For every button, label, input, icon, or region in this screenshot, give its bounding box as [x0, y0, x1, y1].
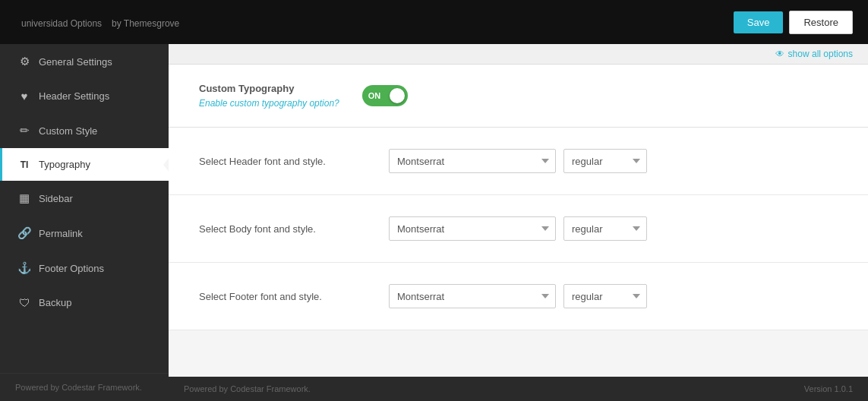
header-font-section: Select Header font and style. Montserrat… [169, 128, 868, 195]
content-area: 👁 show all options Custom Typography Ena… [169, 44, 868, 401]
version-text: Version 1.0.1 [804, 384, 853, 393]
eye-icon: 👁 [775, 49, 784, 59]
show-all-label: show all options [788, 49, 853, 59]
sidebar-item-sidebar[interactable]: ▦ Sidebar [0, 181, 169, 216]
sidebar-item-header-settings[interactable]: ♥ Header Settings [0, 79, 169, 113]
custom-typography-desc: Enable custom typography option? [199, 98, 339, 109]
body-font-controls: Montserrat Arial Georgia Roboto Open San… [389, 216, 838, 241]
sidebar-item-label: Permalink [39, 228, 83, 239]
body-style-select[interactable]: regular bold italic light [563, 216, 647, 241]
main-layout: ⚙ General Settings ♥ Header Settings ✏ C… [0, 44, 868, 401]
custom-typography-title: Custom Typography [199, 83, 339, 94]
header-font-select[interactable]: Montserrat Arial Georgia Roboto Open San… [389, 149, 556, 173]
sidebar-item-label: Typography [39, 159, 90, 170]
anchor-icon: ⚓ [17, 261, 31, 275]
sidebar-item-footer-options[interactable]: ⚓ Footer Options [0, 251, 169, 286]
status-bar: Powered by Codestar Framework. Version 1… [169, 377, 868, 401]
sidebar-item-label: Custom Style [39, 125, 97, 137]
sidebar-item-label: Header Settings [39, 90, 109, 102]
heart-icon: ♥ [17, 90, 31, 103]
pen-icon: ✏ [17, 124, 31, 137]
custom-typography-section: Custom Typography Enable custom typograp… [169, 65, 868, 128]
sidebar-item-backup[interactable]: 🛡 Backup [0, 286, 169, 320]
toggle-circle [390, 88, 405, 103]
header-font-controls: Montserrat Arial Georgia Roboto Open San… [389, 149, 838, 173]
toggle-label: ON [368, 91, 381, 100]
sidebar-item-label: Backup [39, 297, 71, 308]
sidebar-item-label: General Settings [39, 56, 112, 68]
gear-icon: ⚙ [17, 55, 31, 68]
shield-icon: 🛡 [17, 296, 31, 309]
topbar-actions: Save Restore [734, 11, 853, 34]
toggle-container: ON [362, 85, 408, 106]
sidebar-item-label: Footer Options [39, 263, 104, 274]
body-font-select[interactable]: Montserrat Arial Georgia Roboto Open San… [389, 216, 556, 241]
sidebar-item-general-settings[interactable]: ⚙ General Settings [0, 44, 169, 79]
restore-button[interactable]: Restore [789, 11, 853, 34]
footer-font-select[interactable]: Montserrat Arial Georgia Roboto Open San… [389, 284, 556, 308]
typography-icon: TI [17, 159, 31, 170]
footer-font-controls: Montserrat Arial Georgia Roboto Open San… [389, 284, 838, 308]
sidebar-icon: ▦ [17, 191, 31, 205]
header-style-select[interactable]: regular bold italic light [563, 149, 647, 173]
link-icon: 🔗 [17, 226, 31, 240]
powered-by-text: Powered by Codestar Framework. [15, 383, 142, 392]
title-text: universidad Options [21, 18, 102, 29]
sidebar-item-label: Sidebar [39, 193, 73, 204]
custom-typography-toggle[interactable]: ON [362, 85, 408, 106]
footer-font-section: Select Footer font and style. Montserrat… [169, 263, 868, 330]
subtitle-text: by Themesgrove [112, 18, 179, 29]
topbar: universidad Options by Themesgrove Save … [0, 0, 868, 44]
powered-by-footer: Powered by Codestar Framework. [184, 384, 311, 393]
app-title: universidad Options by Themesgrove [15, 14, 179, 30]
custom-typography-info: Custom Typography Enable custom typograp… [199, 83, 339, 109]
save-button[interactable]: Save [734, 11, 784, 33]
footer-font-label: Select Footer font and style. [199, 291, 374, 302]
sidebar-item-typography[interactable]: TI Typography [0, 148, 169, 181]
sidebar-footer: Powered by Codestar Framework. [0, 373, 169, 401]
body-font-section: Select Body font and style. Montserrat A… [169, 195, 868, 263]
sidebar-item-custom-style[interactable]: ✏ Custom Style [0, 113, 169, 148]
body-font-label: Select Body font and style. [199, 223, 374, 235]
sidebar-item-permalink[interactable]: 🔗 Permalink [0, 216, 169, 251]
show-all-options-bar[interactable]: 👁 show all options [169, 44, 868, 65]
header-font-label: Select Header font and style. [199, 156, 374, 167]
footer-style-select[interactable]: regular bold italic light [563, 284, 647, 308]
sidebar: ⚙ General Settings ♥ Header Settings ✏ C… [0, 44, 169, 401]
